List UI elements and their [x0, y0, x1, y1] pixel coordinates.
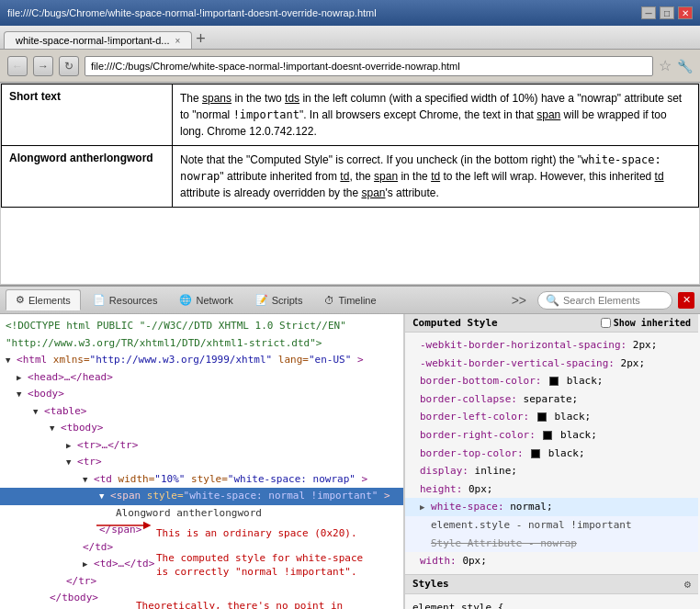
content-table: Short text The spans in the two tds in t… — [1, 84, 699, 208]
tab-label: white-space-normal-!important-d... — [16, 35, 170, 46]
computed-style-title: Computed Style — [412, 317, 498, 329]
prop-border-left-color: border-left-color: black; — [405, 408, 698, 426]
styles-element-rule: element.style { — [405, 598, 698, 609]
prop-border-right-color: border-right-color: black; — [405, 426, 698, 445]
tree-line-html[interactable]: <html xmlns="http://www.w3.org/1999/xhtm… — [0, 352, 403, 369]
triangle-td2[interactable] — [83, 558, 87, 571]
styles-title: Styles — [412, 578, 449, 590]
settings-icon[interactable]: 🔧 — [677, 59, 693, 73]
tree-line-0: <!DOCTYPE html PUBLIC "-//W3C//DTD XHTML… — [0, 318, 403, 335]
tree-line-span[interactable]: <span style="white-space: normal !import… — [0, 488, 403, 505]
network-tab-icon: 🌐 — [179, 294, 192, 306]
row1-right: The spans in the two tds in the left col… — [173, 85, 699, 146]
timeline-tab-label: Timeline — [338, 295, 376, 306]
search-icon: 🔍 — [546, 294, 559, 307]
row2-right: Note that the "Computed Style" is correc… — [173, 146, 699, 208]
tree-line-body[interactable]: <body> — [0, 386, 403, 403]
triangle-tr2[interactable] — [66, 457, 71, 469]
triangle-span[interactable] — [99, 491, 104, 503]
triangle-head[interactable] — [17, 372, 21, 385]
devtools-tab-resources[interactable]: 📄 Resources — [83, 289, 168, 310]
show-inherited-checkbox[interactable] — [601, 318, 611, 328]
devtools-tab-network[interactable]: 🌐 Network — [169, 289, 243, 310]
prop-webkit-border-h: -webkit-border-horizontal-spacing: 2px; — [405, 336, 698, 355]
network-tab-label: Network — [196, 295, 232, 306]
tree-line-tr2[interactable]: <tr> — [0, 454, 403, 471]
prop-white-space[interactable]: ▶ white-space: normal; — [405, 498, 698, 516]
devtools-search-box: 🔍 — [537, 291, 672, 310]
window-controls: ─ □ ✕ — [641, 6, 693, 19]
td-ref-2: td — [340, 170, 349, 183]
close-devtools-button[interactable]: ✕ — [678, 292, 694, 309]
tree-line-table[interactable]: <table> — [0, 403, 403, 421]
expand-whitespace-icon[interactable]: ▶ — [420, 502, 424, 512]
resources-tab-label: Resources — [109, 295, 158, 306]
close-icon: ✕ — [683, 294, 691, 306]
search-input[interactable] — [563, 295, 664, 306]
color-swatch-4 — [531, 449, 540, 458]
td-ref-1: tds — [285, 92, 299, 105]
computed-style-header[interactable]: Computed Style Show inherited — [405, 314, 698, 333]
computed-style-section: Computed Style Show inherited -webkit-bo… — [405, 314, 698, 575]
color-swatch-3 — [543, 431, 552, 440]
triangle-body[interactable] — [17, 389, 21, 401]
new-tab-button[interactable]: + — [196, 29, 206, 49]
address-input[interactable] — [85, 56, 653, 76]
tree-line-tbody-close: </tbody> — [0, 590, 403, 607]
forward-button[interactable]: → — [33, 56, 53, 76]
devtools-panel: ⚙ Elements 📄 Resources 🌐 Network 📝 Scrip… — [0, 285, 700, 609]
back-button[interactable]: ← — [7, 56, 28, 76]
span-ref-1: spans — [202, 92, 231, 105]
devtools-tab-elements[interactable]: ⚙ Elements — [6, 289, 81, 310]
color-swatch-1 — [549, 377, 559, 386]
triangle-td[interactable] — [83, 474, 87, 487]
triangle-table[interactable] — [33, 406, 38, 419]
prop-border-top-color: border-top-color: black; — [405, 445, 698, 463]
prop-webkit-border-v: -webkit-border-vertical-spacing: 2px; — [405, 355, 698, 373]
prop-whitespace-source: Style Attribute - nowrap — [405, 535, 698, 553]
styles-props: element.style { white-space: normal !imp… — [405, 594, 698, 609]
tree-line-head[interactable]: <head>…</head> — [0, 369, 403, 387]
devtools-tab-scripts[interactable]: 📝 Scripts — [245, 289, 313, 310]
tree-line-td[interactable]: <td width="10%" style="white-space: nowr… — [0, 471, 403, 489]
tree-line-tr-close: </tr> — [0, 573, 403, 591]
span-ref-3: span — [374, 170, 398, 183]
table-row-1: Short text The spans in the two tds in t… — [2, 85, 699, 146]
browser-tab-0[interactable]: white-space-normal-!important-d... × — [4, 31, 192, 49]
prop-border-collapse: border-collapse: separate; — [405, 390, 698, 409]
reload-button[interactable]: ↻ — [59, 56, 79, 76]
close-button[interactable]: ✕ — [678, 6, 693, 19]
maximize-button[interactable]: □ — [660, 6, 674, 19]
td-ref-3: td — [431, 170, 440, 183]
scripts-tab-icon: 📝 — [255, 294, 268, 306]
devtools-main: <!DOCTYPE html PUBLIC "-//W3C//DTD XHTML… — [0, 314, 700, 609]
triangle-tbody[interactable] — [50, 423, 54, 435]
bookmark-icon[interactable]: ☆ — [659, 57, 672, 74]
scripts-tab-label: Scripts — [272, 295, 303, 306]
td-ref-4: td — [655, 170, 664, 183]
tree-line-tr1[interactable]: <tr>…</tr> — [0, 437, 403, 455]
minimize-button[interactable]: ─ — [641, 6, 656, 19]
tab-bar: white-space-normal-!important-d... × + — [0, 26, 700, 50]
prop-display: display: inline; — [405, 462, 698, 480]
gear-icon[interactable]: ⚙ — [684, 578, 691, 591]
show-inherited-toggle[interactable]: Show inherited — [601, 318, 691, 328]
timeline-tab-icon: ⏱ — [324, 295, 334, 306]
tree-line-td2[interactable]: <td>…</td> — [0, 556, 403, 573]
color-swatch-2 — [537, 412, 547, 422]
tree-line-tbody[interactable]: <tbody> — [0, 420, 403, 437]
table-row-2: Alongword antherlongword Note that the "… — [2, 146, 699, 208]
triangle-tr1[interactable] — [66, 440, 71, 453]
devtools-tab-overflow[interactable]: >> — [506, 289, 532, 311]
prop-whitespace-detail: element.style - normal !important — [405, 516, 698, 535]
triangle-html[interactable] — [6, 355, 10, 367]
devtools-tab-timeline[interactable]: ⏱ Timeline — [314, 290, 386, 310]
page-content: Short text The spans in the two tds in t… — [0, 83, 700, 285]
tab-close-icon[interactable]: × — [175, 36, 181, 46]
html-tree-panel[interactable]: <!DOCTYPE html PUBLIC "-//W3C//DTD XHTML… — [0, 314, 404, 609]
devtools-toolbar: ⚙ Elements 📄 Resources 🌐 Network 📝 Scrip… — [0, 287, 700, 314]
styles-header[interactable]: Styles ⚙ — [405, 575, 698, 594]
row1-left: Short text — [2, 85, 173, 146]
row2-left: Alongword antherlongword — [2, 146, 173, 208]
elements-tab-label: Elements — [28, 295, 71, 306]
